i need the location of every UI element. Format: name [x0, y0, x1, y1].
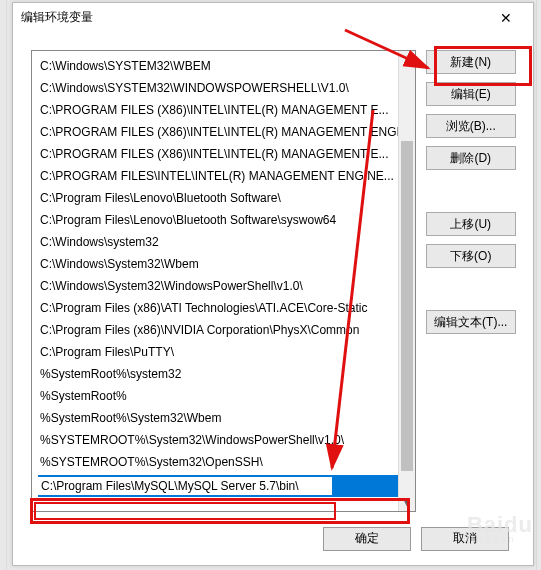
close-button[interactable]: ✕ [487, 6, 525, 30]
dialog-window: 编辑环境变量 ✕ C:\Windows\SYSTEM32\WBEMC:\Wind… [12, 2, 534, 566]
list-item[interactable]: %SYSTEMROOT%\System32\WindowsPowerShell\… [38, 429, 415, 451]
list-item[interactable]: C:\Windows\system32 [38, 231, 415, 253]
list-item[interactable]: %SYSTEMROOT%\System32\OpenSSH\ [38, 451, 415, 473]
path-edit-input[interactable] [38, 476, 333, 496]
list-item[interactable]: C:\Program Files (x86)\NVIDIA Corporatio… [38, 319, 415, 341]
ok-button[interactable]: 确定 [323, 527, 411, 551]
watermark: Baidu jingyan [467, 512, 533, 544]
list-item[interactable]: C:\PROGRAM FILES (X86)\INTEL\INTEL(R) MA… [38, 99, 415, 121]
scroll-down-icon[interactable]: ▼ [399, 494, 415, 511]
vertical-scrollbar[interactable]: ▲ ▼ [398, 51, 415, 511]
list-item[interactable]: C:\Program Files\Lenovo\Bluetooth Softwa… [38, 209, 415, 231]
edit-button[interactable]: 编辑(E) [426, 82, 516, 106]
list-item[interactable]: %SystemRoot%\System32\Wbem [38, 407, 415, 429]
list-item[interactable]: C:\Program Files\Lenovo\Bluetooth Softwa… [38, 187, 415, 209]
scrollbar-thumb[interactable] [401, 141, 413, 471]
list-item[interactable]: C:\PROGRAM FILES (X86)\INTEL\INTEL(R) MA… [38, 121, 415, 143]
list-item[interactable]: C:\Windows\SYSTEM32\WINDOWSPOWERSHELL\V1… [38, 77, 415, 99]
list-item[interactable]: C:\PROGRAM FILES\INTEL\INTEL(R) MANAGEME… [38, 165, 415, 187]
list-item[interactable]: C:\Windows\System32\WindowsPowerShell\v1… [38, 275, 415, 297]
list-item[interactable]: C:\Program Files (x86)\ATI Technologies\… [38, 297, 415, 319]
move-down-button[interactable]: 下移(O) [426, 244, 516, 268]
dialog-footer: 确定 取消 [13, 512, 533, 565]
window-title: 编辑环境变量 [21, 9, 487, 26]
list-item-editing[interactable] [38, 475, 415, 497]
list-item[interactable]: C:\Windows\System32\Wbem [38, 253, 415, 275]
list-item[interactable]: %SystemRoot%\system32 [38, 363, 415, 385]
new-button[interactable]: 新建(N) [426, 50, 516, 74]
move-up-button[interactable]: 上移(U) [426, 212, 516, 236]
button-column: 新建(N) 编辑(E) 浏览(B)... 删除(D) 上移(U) 下移(O) 编… [426, 50, 519, 512]
list-item[interactable]: C:\Program Files\PuTTY\ [38, 341, 415, 363]
titlebar[interactable]: 编辑环境变量 ✕ [13, 3, 533, 32]
list-item[interactable]: %SystemRoot% [38, 385, 415, 407]
browse-button[interactable]: 浏览(B)... [426, 114, 516, 138]
list-item[interactable]: C:\Windows\SYSTEM32\WBEM [38, 55, 415, 77]
path-listbox[interactable]: C:\Windows\SYSTEM32\WBEMC:\Windows\SYSTE… [31, 50, 416, 512]
scroll-up-icon[interactable]: ▲ [399, 51, 415, 68]
edit-text-button[interactable]: 编辑文本(T)... [426, 310, 516, 334]
delete-button[interactable]: 删除(D) [426, 146, 516, 170]
list-item[interactable]: C:\PROGRAM FILES (X86)\INTEL\INTEL(R) MA… [38, 143, 415, 165]
